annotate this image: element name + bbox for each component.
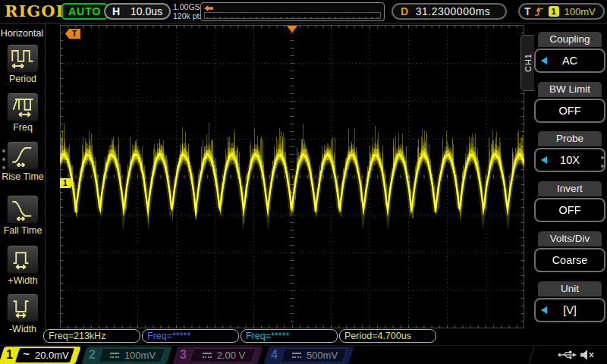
speaker-muted-icon <box>579 349 596 361</box>
channel-4-number: 4 <box>271 348 278 362</box>
fall-time-icon <box>11 198 35 221</box>
softkey-coupling-label: Coupling <box>538 32 602 47</box>
channel-2-scale: 100mV <box>124 350 156 361</box>
channel-3-status[interactable]: 2.00 V 3 <box>175 347 260 364</box>
left-menu-title: Horizontal <box>0 28 44 39</box>
measure-label-period: Period <box>0 74 46 84</box>
channel-status-bar: ~ 20.0mV 1 100mV 2 2.00 V 3 <box>0 345 607 364</box>
measurement-slot-1: Freq=213kHz <box>43 329 140 343</box>
channel-4-scale: 500mV <box>307 350 338 361</box>
left-menu-divider <box>45 24 46 344</box>
measure-label-rise-time: Rise Time <box>0 171 46 182</box>
oscilloscope-screen: RIGOL AUTO H 10.0us 1.00GSa/s 120k pts D… <box>0 0 607 364</box>
softkey-volts-div: Volts/Div Coarse <box>534 231 605 272</box>
softkey-invert-value[interactable]: OFF <box>534 198 605 222</box>
softkey-bw-limit: BW Limit OFF <box>534 82 605 123</box>
delay-value: 31.2300000ms <box>416 5 491 17</box>
channel-1-number: 1 <box>6 348 13 362</box>
memory-position-bar[interactable] <box>200 2 385 21</box>
volts-div-value-text: Coarse <box>552 254 588 266</box>
chevron-left-icon <box>541 156 547 164</box>
measure-label-plus-width: +Width <box>0 275 46 286</box>
softkey-probe: Probe 10X <box>534 131 605 172</box>
memory-trigger-marker-icon <box>204 5 213 11</box>
softkey-volts-div-label: Volts/Div <box>538 231 602 246</box>
freq-icon <box>11 96 35 118</box>
plus-width-icon <box>11 248 35 271</box>
softkey-probe-label: Probe <box>538 131 602 146</box>
rise-time-icon <box>11 144 35 167</box>
softkey-coupling-value[interactable]: AC <box>534 49 605 73</box>
measure-label-minus-width: -Width <box>0 324 46 334</box>
softkey-bw-limit-value[interactable]: OFF <box>534 99 605 123</box>
channel-1-scale: 20.0mV <box>35 350 69 361</box>
rigol-logo: RIGOL <box>5 2 68 20</box>
ch1-tag-number: 1 <box>63 179 68 187</box>
menu-tab-ch1: CH1 <box>521 35 534 91</box>
usb-icon <box>558 350 577 360</box>
preview-wave-icon <box>205 16 381 19</box>
trigger-source-badge: 1 <box>549 6 559 17</box>
timebase-box[interactable]: H 10.0us <box>104 3 171 20</box>
ac-coupling-icon: ~ <box>23 347 30 360</box>
probe-value-text: 10X <box>560 154 580 166</box>
measurement-slot-4: Period=4.700us <box>339 329 436 343</box>
measurement-slot-2: Freq=***** <box>142 329 239 343</box>
menu-tab-label: CH1 <box>524 53 533 72</box>
channel-3-scale: 2.00 V <box>217 350 246 361</box>
measure-button-period[interactable] <box>7 44 39 73</box>
left-scroll-indicator-dots <box>2 149 5 169</box>
memory-waveform-preview <box>204 12 381 19</box>
trigger-edge-icon <box>534 5 546 17</box>
channel-2-number: 2 <box>89 348 96 362</box>
waveform-display <box>60 25 524 328</box>
run-status-badge: AUTO <box>61 3 108 20</box>
dc-coupling-icon <box>110 353 119 358</box>
top-bar: RIGOL AUTO H 10.0us 1.00GSa/s 120k pts D… <box>0 0 607 24</box>
trigger-position-arrow-icon[interactable] <box>287 26 297 33</box>
softkey-invert-label: Invert <box>538 181 602 196</box>
bw-limit-value-text: OFF <box>559 105 581 117</box>
timebase-value: 10.0us <box>131 5 162 17</box>
softkey-volts-div-value[interactable]: Coarse <box>534 248 605 272</box>
status-bar-divider <box>528 347 534 364</box>
minus-width-icon <box>11 297 35 319</box>
dc-coupling-icon <box>203 353 212 358</box>
softkey-probe-value[interactable]: 10X <box>534 148 605 172</box>
softkey-unit-label: Unit <box>538 281 602 297</box>
dc-coupling-icon <box>292 353 301 358</box>
trigger-flag-letter: T <box>72 30 77 38</box>
channel-3-number: 3 <box>180 348 187 362</box>
unit-value-text: [V] <box>563 304 577 316</box>
timebase-label: H <box>112 5 120 17</box>
softkey-bw-limit-label: BW Limit <box>538 82 602 97</box>
trigger-label: T <box>524 5 531 17</box>
period-icon <box>11 47 35 70</box>
softkey-unit-value[interactable]: [V] <box>534 298 605 322</box>
measure-label-freq: Freq <box>0 122 46 133</box>
measure-button-rise-time[interactable] <box>7 141 39 170</box>
softkey-invert: Invert OFF <box>534 181 605 222</box>
measure-button-fall-time[interactable] <box>7 195 39 224</box>
trigger-level-value: 100mV <box>565 6 596 17</box>
measure-label-fall-time: Fall Time <box>0 225 46 236</box>
coupling-value-text: AC <box>562 55 577 67</box>
chevron-left-icon <box>541 306 547 314</box>
channel-1-status[interactable]: ~ 20.0mV 1 <box>2 347 78 364</box>
chevron-left-icon <box>541 57 547 64</box>
measurement-slot-3: Freq=***** <box>241 329 338 343</box>
measure-button-freq[interactable] <box>7 93 39 121</box>
channel-4-status[interactable]: 500mV 4 <box>266 347 351 364</box>
trigger-box[interactable]: T 1 100mV <box>518 3 605 20</box>
delay-box[interactable]: D 31.2300000ms <box>392 3 507 20</box>
right-scroll-indicator-dots <box>601 156 604 168</box>
softkey-unit: Unit [V] <box>534 281 605 322</box>
invert-value-text: OFF <box>559 204 581 216</box>
channel-2-status[interactable]: 100mV 2 <box>84 347 169 364</box>
delay-label: D <box>401 5 408 17</box>
measure-button-plus-width[interactable] <box>7 245 39 274</box>
measure-button-minus-width[interactable] <box>7 293 39 322</box>
softkey-coupling: Coupling AC <box>534 32 605 73</box>
